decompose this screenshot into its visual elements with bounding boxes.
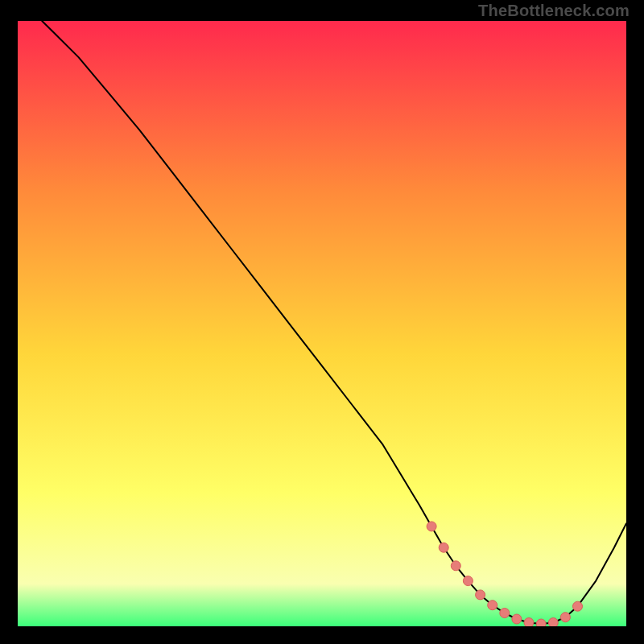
highlight-marker xyxy=(573,601,583,611)
highlight-marker xyxy=(524,618,534,627)
highlight-marker xyxy=(476,590,485,600)
highlight-marker xyxy=(439,543,448,552)
highlight-marker xyxy=(500,609,510,618)
highlight-marker xyxy=(488,601,497,610)
highlight-marker xyxy=(451,561,460,571)
gradient-background xyxy=(18,21,626,626)
bottleneck-chart-svg xyxy=(18,21,626,626)
highlight-marker xyxy=(548,618,558,627)
highlight-marker xyxy=(512,614,522,624)
highlight-marker xyxy=(560,613,570,622)
highlight-marker xyxy=(427,522,436,531)
highlight-marker xyxy=(463,576,473,586)
plot-area xyxy=(18,21,626,626)
watermark-text: TheBottleneck.com xyxy=(478,2,630,20)
chart-frame: TheBottleneck.com xyxy=(0,0,644,644)
highlight-marker xyxy=(536,619,546,626)
